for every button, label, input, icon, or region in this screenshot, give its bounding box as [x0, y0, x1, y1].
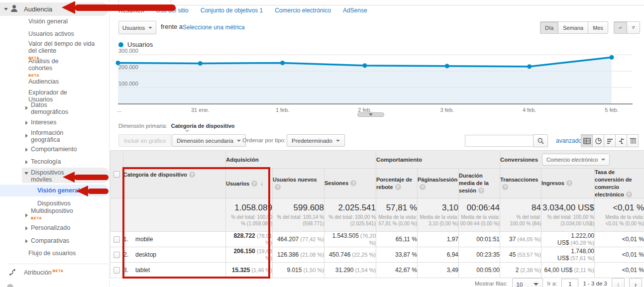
device-name-cell: 1.mobile	[123, 232, 226, 247]
sidebar-item-label: Multidispositivo	[31, 207, 106, 214]
tab-comercio-electronico[interactable]: Comercio electrónico	[275, 7, 331, 14]
cell-ingresos: 64,00 US$(2,11 %)	[541, 263, 595, 278]
sort-desc-icon: ↓	[260, 180, 263, 187]
tab-uso-del-sitio[interactable]: Uso del sitio	[156, 7, 188, 14]
summary-rebote: 57,81 %Media de la vista: 57,81 % (0,00 …	[376, 198, 418, 232]
search-button[interactable]	[533, 134, 548, 147]
performance-view-button[interactable]	[604, 134, 616, 147]
sidebar-item-label: Personalizado	[31, 224, 106, 231]
help-icon[interactable]: ?	[395, 184, 401, 190]
cell-tasa: <0,01 %	[595, 232, 644, 247]
advanced-search-link[interactable]: avanzado	[556, 137, 582, 144]
beta-badge: BETA	[31, 215, 106, 222]
select-all-checkbox[interactable]	[113, 171, 120, 178]
show-rows-label: Mostrar filas:	[475, 281, 508, 287]
column-header-transacciones[interactable]: Transacciones?	[500, 169, 541, 198]
sidebar-section-audiencia[interactable]: Audiencia	[0, 2, 108, 16]
tab-conjunto-objetivos[interactable]: Conjunto de objetivos 1	[201, 7, 263, 14]
sidebar-item-multidispositivo[interactable]: MultidispositivoBETA	[31, 207, 106, 222]
help-icon[interactable]: ?	[626, 191, 632, 197]
help-icon[interactable]: ?	[478, 188, 484, 193]
conversions-type-dropdown[interactable]: Comercio electrónico	[542, 154, 610, 166]
granularity-week-button[interactable]: Semana	[558, 21, 588, 34]
sidebar-item-comparativas[interactable]: Comparativas	[31, 237, 106, 244]
percentage-view-button[interactable]	[592, 134, 604, 147]
sidebar-item-informacion-geografica[interactable]: Información geográfica	[31, 129, 83, 143]
prev-page-button[interactable]: ‹	[612, 278, 625, 287]
sidebar-item-analisis-cohortes[interactable]: Análisis de cohortesBETA	[28, 58, 76, 79]
metric-selector-dropdown[interactable]: Usuarios	[118, 21, 156, 34]
column-header-tasa-conversion[interactable]: Tasa de conversión de comercio electróni…	[595, 169, 644, 198]
attribution-icon	[8, 269, 16, 278]
tab-resumen[interactable]: Resumen	[118, 7, 144, 14]
row-checkbox[interactable]	[113, 252, 120, 258]
help-icon[interactable]: ?	[350, 180, 356, 186]
goto-page-input[interactable]	[561, 279, 578, 287]
dimension-device-category[interactable]: Categoría de dispositivo	[171, 123, 235, 129]
sidebar-item-usuarios-activos[interactable]: Usuarios activos	[28, 30, 103, 37]
sidebar-item-audiencias[interactable]: Audiencias	[28, 78, 103, 85]
sidebar-item-explorador-usuarios[interactable]: Explorador de Usuarios	[28, 89, 83, 103]
next-page-button[interactable]: ›	[629, 278, 642, 287]
plot-rows-button: Incluir en gráfico	[118, 134, 171, 147]
help-icon[interactable]: ?	[566, 180, 572, 186]
cell-usuarios-nuevos: 464.207(77,42 %)	[273, 232, 324, 247]
help-icon[interactable]: ?	[189, 172, 195, 178]
granularity-month-button[interactable]: Mes	[588, 21, 608, 34]
column-header-rebote[interactable]: Porcentaje de rebote?	[376, 169, 418, 198]
help-icon[interactable]: ?	[420, 184, 426, 190]
help-icon[interactable]: ?	[275, 184, 281, 190]
sidebar-item-vision-general[interactable]: Visión general	[28, 18, 103, 25]
secondary-dimension-dropdown[interactable]: Dimensión secundaria	[172, 134, 246, 147]
sidebar-item-dispositivos-moviles[interactable]: Dispositivos móviles	[31, 169, 81, 183]
svg-text:3 feb.: 3 feb.	[440, 107, 454, 113]
column-header-device-category[interactable]: Categoría de dispositivo?	[123, 151, 226, 198]
line-chart-button[interactable]	[614, 21, 627, 34]
cell-paginas: 3,49	[418, 263, 459, 278]
pivot-view-button[interactable]	[627, 134, 639, 147]
explorer-tab[interactable]	[118, 0, 171, 5]
sidebar-item-label: Audiencias	[28, 78, 103, 85]
motion-chart-button[interactable]	[627, 21, 640, 34]
sidebar-item-comportamiento[interactable]: Comportamiento	[31, 146, 106, 153]
column-header-sesiones[interactable]: Sesiones?	[324, 169, 376, 198]
sidebar-item-flujo-usuarios[interactable]: Flujo de usuarios	[28, 250, 103, 257]
chevron-down-icon	[336, 140, 340, 142]
granularity-day-button[interactable]: Día	[540, 21, 558, 34]
column-header-usuarios[interactable]: Usuarios?↓	[226, 169, 273, 198]
sidebar-item-tecnologia[interactable]: Tecnología	[31, 158, 106, 165]
help-icon[interactable]: ?	[502, 184, 508, 190]
row-checkbox[interactable]	[113, 236, 120, 243]
help-icon[interactable]: ?	[251, 181, 257, 187]
svg-text:4 feb.: 4 feb.	[523, 107, 537, 113]
legend-label: Usuarios	[127, 41, 153, 48]
column-header-ingresos[interactable]: Ingresos?	[541, 169, 595, 198]
chevron-down-icon	[24, 172, 28, 175]
column-header-duracion[interactable]: Duración media de la sesión?	[459, 169, 500, 198]
column-header-usuarios-nuevos[interactable]: Usuarios nuevos?	[273, 169, 324, 198]
sidebar-item-vision-general-moviles[interactable]: Visión general	[37, 187, 112, 194]
sidebar-item-personalizado[interactable]: Personalizado	[31, 224, 106, 231]
search-input[interactable]	[465, 135, 534, 147]
sidebar-item-intereses[interactable]: Intereses	[31, 119, 106, 126]
cell-duracion: 00:05:00	[459, 263, 500, 278]
column-header-paginas-sesion[interactable]: Páginas/sesión?	[418, 169, 459, 198]
summary-paginas: 3,10Media de la vista: 3,10 (0,00 %)	[418, 198, 459, 232]
pivot-icon	[629, 137, 637, 145]
sidebar-item-label: Intereses	[31, 119, 106, 126]
select-metric-link[interactable]: Seleccione una métrica	[183, 24, 245, 31]
cell-ingresos: 1.222,00 US$(40,28 %)	[541, 232, 595, 247]
sidebar-item-datos-demograficos[interactable]: Datos demográficos	[31, 101, 83, 115]
timeline-handle[interactable]	[357, 112, 384, 117]
cell-tasa: <0,01 %	[595, 247, 644, 263]
sort-type-dropdown[interactable]: Predeterminado	[287, 134, 345, 147]
report-subtabs: Resumen Uso del sitio Conjunto de objeti…	[118, 7, 367, 14]
sidebar-item-atribucion[interactable]: AtribuciónBETA	[0, 268, 108, 280]
comparison-view-button[interactable]	[615, 134, 627, 147]
sidebar-item-dispositivos[interactable]: Dispositivos	[37, 200, 112, 207]
tab-adsense[interactable]: AdSense	[343, 7, 367, 14]
line-chart-icon	[619, 24, 622, 31]
table-view-button[interactable]	[581, 134, 593, 147]
row-checkbox[interactable]	[113, 267, 120, 274]
rows-per-page-select[interactable]: 10	[512, 278, 543, 287]
